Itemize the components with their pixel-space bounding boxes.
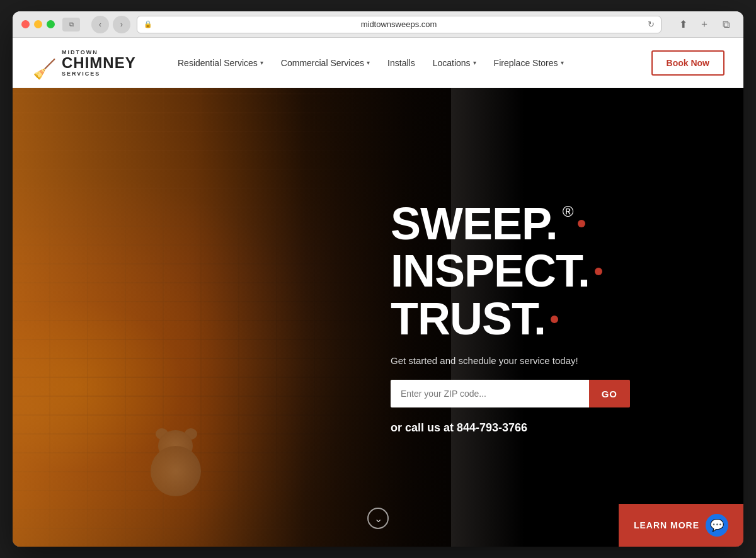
nav-installs-label: Installs: [387, 58, 415, 68]
headline-line-2: INSPECT.: [391, 248, 706, 295]
new-tab-button[interactable]: ＋: [696, 16, 713, 33]
address-bar[interactable]: 🔒 midtownsweeps.com ↻: [137, 16, 662, 33]
logo-area[interactable]: 🧹 MIDTOWN CHIMNEY SERVICES: [32, 47, 145, 79]
zip-form: GO: [391, 380, 630, 407]
residential-chevron-icon: ▾: [260, 59, 263, 66]
window-controls: ⧉: [62, 18, 80, 31]
red-dot-2: [595, 268, 602, 275]
browser-titlebar: ⧉ ‹ › 🔒 midtownsweeps.com ↻ ⬆ ＋ ⧉: [13, 11, 743, 38]
hero-content: SWEEP. ® INSPECT. TRUST. Get started and…: [378, 175, 743, 460]
chimney-sweep-icon: 🧹: [33, 60, 56, 79]
learn-more-button[interactable]: LEARN MORE 💬: [619, 504, 743, 547]
nav-installs[interactable]: Installs: [380, 53, 423, 73]
browser-nav: ‹ ›: [91, 16, 130, 33]
share-button[interactable]: ⬆: [674, 16, 692, 33]
traffic-lights: [21, 20, 55, 28]
forward-button[interactable]: ›: [113, 16, 130, 33]
red-dot-3: [551, 316, 558, 323]
scroll-indicator[interactable]: ⌄: [367, 508, 389, 529]
window-tile-btn[interactable]: ⧉: [62, 18, 80, 31]
headline-sweep: SWEEP.: [391, 200, 558, 248]
book-now-button[interactable]: Book Now: [651, 50, 724, 76]
headline-line-1: SWEEP. ®: [391, 200, 706, 248]
headline-inspect: INSPECT.: [391, 248, 590, 295]
learn-more-label: LEARN MORE: [634, 520, 699, 530]
lock-icon: 🔒: [144, 20, 152, 28]
commercial-chevron-icon: ▾: [367, 59, 370, 66]
site-header: 🧹 MIDTOWN CHIMNEY SERVICES Residential S…: [13, 38, 743, 88]
nav-fireplace-stores[interactable]: Fireplace Stores ▾: [486, 53, 571, 73]
hero-section: SWEEP. ® INSPECT. TRUST. Get started and…: [13, 88, 743, 547]
nav-residential[interactable]: Residential Services ▾: [170, 53, 271, 73]
headline-line-3: TRUST.: [391, 295, 706, 343]
nav-locations[interactable]: Locations ▾: [425, 53, 484, 73]
nav-commercial-label: Commercial Services: [281, 58, 364, 68]
logo-icon: 🧹: [32, 47, 57, 79]
nav-fireplace-label: Fireplace Stores: [494, 58, 558, 68]
fireplace-chevron-icon: ▾: [561, 59, 564, 66]
logo-chimney: CHIMNEY: [62, 55, 136, 71]
site-nav: Residential Services ▾ Commercial Servic…: [170, 50, 724, 76]
traffic-light-red[interactable]: [21, 20, 30, 28]
logo-text: MIDTOWN CHIMNEY SERVICES: [62, 49, 136, 77]
call-text: or call us at 844-793-3766: [391, 421, 706, 435]
red-dot-1: [578, 220, 585, 227]
headline-trust: TRUST.: [391, 295, 546, 343]
registered-symbol: ®: [563, 203, 573, 219]
url-text: midtownsweeps.com: [156, 20, 641, 29]
traffic-light-green[interactable]: [47, 20, 55, 28]
back-button[interactable]: ‹: [91, 16, 109, 33]
scroll-arrow-icon: ⌄: [374, 513, 382, 525]
browser-actions: ⬆ ＋ ⧉: [674, 16, 735, 33]
nav-residential-label: Residential Services: [178, 58, 258, 68]
traffic-light-yellow[interactable]: [34, 20, 42, 28]
browser-window: ⧉ ‹ › 🔒 midtownsweeps.com ↻ ⬆ ＋ ⧉ 🧹 MIDT: [13, 11, 743, 547]
zip-input[interactable]: [391, 380, 589, 407]
tabs-button[interactable]: ⧉: [717, 16, 735, 33]
hero-headline: SWEEP. ® INSPECT. TRUST.: [391, 200, 706, 343]
go-button[interactable]: GO: [589, 380, 630, 407]
chat-icon[interactable]: 💬: [706, 514, 728, 537]
website: 🧹 MIDTOWN CHIMNEY SERVICES Residential S…: [13, 38, 743, 547]
hero-subtitle: Get started and schedule your service to…: [391, 355, 706, 366]
reload-icon[interactable]: ↻: [648, 20, 655, 29]
chat-bubble-icon: 💬: [710, 518, 724, 532]
nav-commercial[interactable]: Commercial Services ▾: [273, 53, 377, 73]
logo-services: SERVICES: [62, 71, 136, 77]
locations-chevron-icon: ▾: [473, 59, 476, 66]
nav-locations-label: Locations: [433, 58, 471, 68]
